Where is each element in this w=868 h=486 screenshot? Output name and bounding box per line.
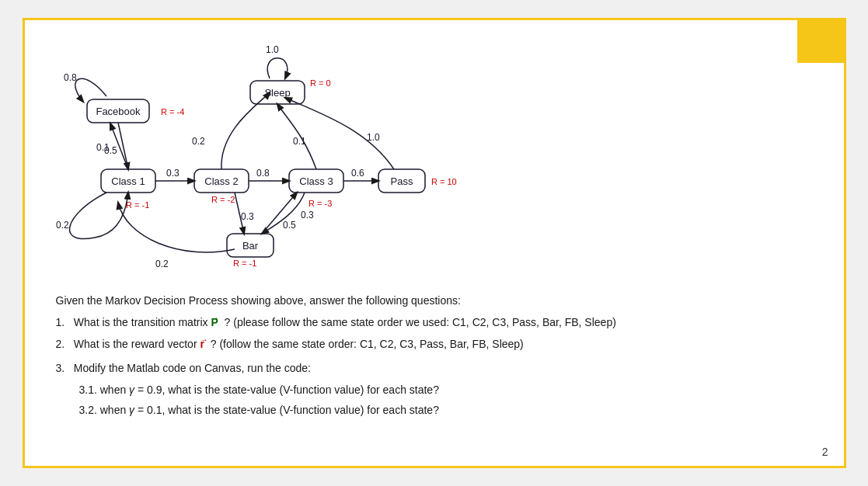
svg-text:0.5: 0.5 [104,145,117,156]
svg-text:0.1: 0.1 [293,136,306,147]
svg-text:Class 1: Class 1 [111,175,145,187]
svg-text:R = -3: R = -3 [309,199,332,208]
svg-text:Class 2: Class 2 [204,175,238,187]
svg-text:Class 3: Class 3 [299,175,333,187]
question-3: 3. Modify the Matlab code on Canvas, run… [56,359,813,378]
svg-text:0.3: 0.3 [301,210,314,220]
slide: 0.8 1.0 Facebook Sleep Class 1 Class 2 C… [23,18,846,468]
page-number: 2 [822,446,828,458]
svg-text:0.2: 0.2 [192,136,205,147]
intro-text: Given the Markov Decision Process showin… [56,292,813,311]
svg-text:0.2: 0.2 [56,220,69,231]
svg-text:1.0: 1.0 [266,44,279,55]
question-1: 1. What is the transition matrix P→ ? (p… [56,314,813,332]
svg-text:0.3: 0.3 [241,211,254,222]
question-3-2: 3.2. when γ = 0.1, what is the state-val… [79,401,813,420]
svg-text:Bar: Bar [242,240,258,252]
question-2: 2. What is the reward vector r→ ? (follo… [56,335,813,354]
svg-text:Sleep: Sleep [264,87,290,99]
svg-text:1.0: 1.0 [367,132,380,143]
svg-text:R = -1: R = -1 [126,200,149,210]
svg-text:R = -1: R = -1 [233,259,256,268]
svg-text:R = -4: R = -4 [161,107,184,116]
svg-text:0.8: 0.8 [64,72,77,83]
svg-text:Facebook: Facebook [96,106,141,117]
svg-text:0.2: 0.2 [155,259,169,269]
svg-text:0.5: 0.5 [283,220,296,231]
svg-text:R = 10: R = 10 [431,177,457,186]
diagram-area: 0.8 1.0 Facebook Sleep Class 1 Class 2 C… [40,36,828,284]
svg-text:0.6: 0.6 [351,168,364,179]
question-3-1: 3.1. when γ = 0.9, what is the state-val… [79,381,813,400]
diagram-svg: 0.8 1.0 Facebook Sleep Class 1 Class 2 C… [40,36,522,276]
svg-text:Pass: Pass [390,175,413,187]
svg-text:0.3: 0.3 [166,168,180,179]
svg-text:R = 0: R = 0 [310,78,331,88]
svg-text:R = -2: R = -2 [211,195,235,204]
svg-text:0.8: 0.8 [256,168,270,179]
questions-area: Given the Markov Decision Process showin… [40,292,828,420]
